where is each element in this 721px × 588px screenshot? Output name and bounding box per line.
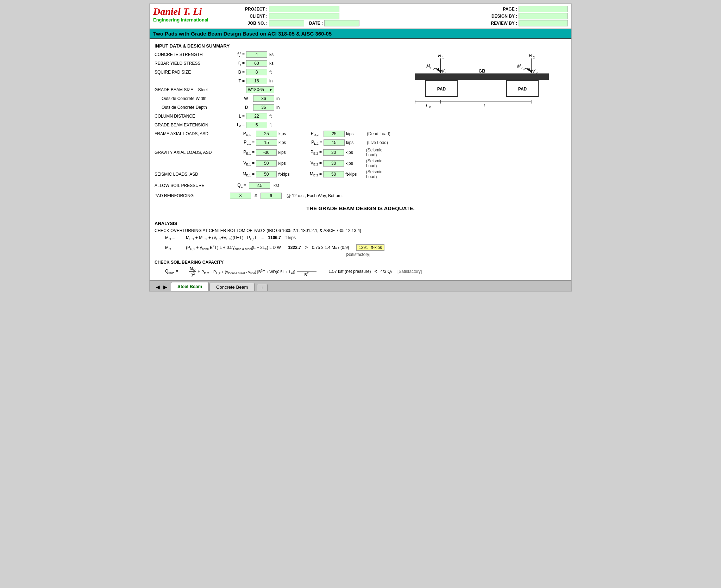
rebar-yield-label: REBAR YIELD STRESS xyxy=(155,61,228,66)
soil-lhs: Qmax = xyxy=(165,269,186,274)
fc-var: fc' = xyxy=(228,52,246,57)
logo-sub: Engineering International xyxy=(153,17,238,23)
soil-den2: B2 xyxy=(303,271,309,277)
Le-value[interactable]: 5 xyxy=(246,122,267,128)
grade-beam-dropdown[interactable]: W18X65 ▼ xyxy=(246,86,274,93)
outside-width-row: Outside Concrete Width W = 36 in xyxy=(162,95,394,102)
diagram-right: R 1 R 2 M 1 V 1 M xyxy=(397,51,566,200)
Le-unit: ft xyxy=(269,123,272,127)
designby-input[interactable] xyxy=(519,13,568,19)
fc-unit: ksi xyxy=(269,52,275,57)
reviewby-input[interactable] xyxy=(519,20,568,26)
date-label: DATE : xyxy=(309,21,323,26)
VE1-var: VE,1 = xyxy=(230,161,255,166)
svg-text:PAD: PAD xyxy=(437,87,446,92)
svg-rect-15 xyxy=(415,74,549,80)
L-value[interactable]: 22 xyxy=(246,113,267,119)
logo-title: Daniel T. Li xyxy=(153,6,238,17)
PD2-unit: kips xyxy=(346,131,365,136)
VE2-var: VE,2 = xyxy=(297,161,322,166)
L-var: L = xyxy=(228,114,246,119)
soil-plus-terms: PD,2 + PL,2 + (γConc&Steel - γsoil) [B2T… xyxy=(201,269,295,275)
summary-text: THE GRADE BEAM DESIGN IS ADEQUATE. xyxy=(306,205,415,211)
jobno-label: JOB NO. : xyxy=(241,21,268,26)
grade-beam-size-row: GRADE BEAM SIZE Steel W18X65 ▼ xyxy=(155,86,394,94)
header-right: PAGE : DESIGN BY : REVIEW BY : xyxy=(485,6,568,26)
VE-desc: (Seismic Load) xyxy=(366,158,394,168)
Qa-value[interactable]: 2.5 xyxy=(249,182,270,189)
input-section-title: INPUT DATA & DESIGN SUMMARY xyxy=(155,43,566,49)
reinf-spacing: @ 12 o.c., Each Way, Bottom. xyxy=(287,193,343,198)
MR-satisfactory: [Satisfactory] xyxy=(165,252,566,257)
frame-axial-row2: PL,1 = 15 kips PL,2 = 15 kips (Live Load… xyxy=(155,139,394,146)
reinf-size[interactable]: 6 xyxy=(261,193,282,199)
T-value[interactable]: 16 xyxy=(246,78,267,84)
nav-left-arrow[interactable]: ◀ xyxy=(155,283,161,290)
seismic-row: SEISMIC LOADS, ASD ME,1 = 50 ft-kips ME,… xyxy=(155,169,394,179)
nav-right-arrow[interactable]: ▶ xyxy=(162,283,169,290)
PD-desc: (Dead Load) xyxy=(367,131,390,136)
reviewby-label: REVIEW BY : xyxy=(485,21,517,26)
page-input[interactable] xyxy=(519,6,568,12)
pad-size-label: SQUIRE PAD SIZE xyxy=(155,70,228,75)
PL1-value[interactable]: 15 xyxy=(256,139,277,146)
svg-text:1: 1 xyxy=(442,56,444,59)
VE1-value[interactable]: 50 xyxy=(256,160,277,167)
T-var: T = xyxy=(228,79,246,83)
jobno-input[interactable] xyxy=(269,20,304,26)
VE2-value[interactable]: 30 xyxy=(323,160,344,167)
W-value[interactable]: 36 xyxy=(253,95,274,102)
logo-block: Daniel T. Li Engineering International xyxy=(153,6,238,23)
W-unit: in xyxy=(276,96,280,101)
tab-add-button[interactable]: + xyxy=(257,284,267,291)
PD1-value[interactable]: 25 xyxy=(256,131,277,137)
date-input[interactable] xyxy=(324,20,359,26)
fc-value[interactable]: 4 xyxy=(246,51,267,58)
B-value[interactable]: 8 xyxy=(246,69,267,75)
fy-value[interactable]: 60 xyxy=(246,60,267,67)
input-left: CONCRETE STRENGTH fc' = 4 ksi REBAR YIEL… xyxy=(155,51,394,200)
soil-den: B2 xyxy=(190,272,195,277)
designby-label: DESIGN BY : xyxy=(485,14,517,19)
PD2-value[interactable]: 25 xyxy=(324,131,345,137)
W-var: W = xyxy=(236,96,253,101)
title-bar: Two Pads with Grade Beam Design Based on… xyxy=(150,29,571,39)
rebar-yield-row: REBAR YIELD STRESS fy = 60 ksi xyxy=(155,60,394,67)
PL2-value[interactable]: 15 xyxy=(324,139,345,146)
ME2-value[interactable]: 50 xyxy=(323,171,344,177)
svg-text:R: R xyxy=(438,53,441,58)
soil-satisfactory: [Satisfactory] xyxy=(397,269,422,274)
frame-axial-label: FRAME AXIAL LOADS, ASD xyxy=(155,131,228,136)
pad-reinforcing-label: PAD REINFORCING xyxy=(155,193,228,198)
outside-depth-label: Outside Concrete Depth xyxy=(162,105,236,110)
D-var: D = xyxy=(236,105,253,110)
VE1-unit: kips xyxy=(278,161,296,166)
check-soil-label: CHECK SOIL BEARING CAPACITY xyxy=(155,260,566,265)
grade-beam-size-label: GRADE BEAM SIZE Steel xyxy=(155,87,228,92)
MO-val: 1106.7 xyxy=(268,235,281,240)
client-input[interactable] xyxy=(269,13,339,19)
soil-frac: MO B2 xyxy=(189,266,196,277)
diagram-container: R 1 R 2 M 1 V 1 M xyxy=(397,51,566,132)
input-section: CONCRETE STRENGTH fc' = 4 ksi REBAR YIEL… xyxy=(155,51,566,200)
tab-steel-beam[interactable]: Steel Beam xyxy=(171,282,209,291)
analysis-section: ANALYSIS CHECK OVERTURNING AT CENTER BOT… xyxy=(155,217,566,277)
outside-depth-row: Outside Concrete Depth D = 36 in xyxy=(162,104,394,111)
VE2-unit: kips xyxy=(345,161,364,166)
soil-num2 xyxy=(297,267,316,271)
PE2-value[interactable]: 30 xyxy=(323,149,344,156)
D-value[interactable]: 36 xyxy=(253,104,274,111)
PD1-var: PD,1 = xyxy=(230,131,255,137)
soil-pressure-row: ALLOW SOIL PRESSURE Qa = 2.5 ksf xyxy=(155,182,394,189)
svg-text:2: 2 xyxy=(521,66,522,70)
ME1-var: ME,1 = xyxy=(230,171,255,177)
project-input[interactable] xyxy=(269,6,339,12)
svg-text:e: e xyxy=(429,105,431,109)
tab-concrete-beam[interactable]: Concrete Beam xyxy=(209,283,255,291)
column-distance-row: COLUMN DISTANCE L = 22 ft xyxy=(155,112,394,120)
ME1-value[interactable]: 50 xyxy=(256,171,277,177)
analysis-title: ANALYSIS xyxy=(155,221,566,226)
PE1-value[interactable]: -30 xyxy=(256,149,277,156)
main-content: INPUT DATA & DESIGN SUMMARY CONCRETE STR… xyxy=(150,39,571,280)
reinf-bars[interactable]: 8 xyxy=(230,193,251,199)
